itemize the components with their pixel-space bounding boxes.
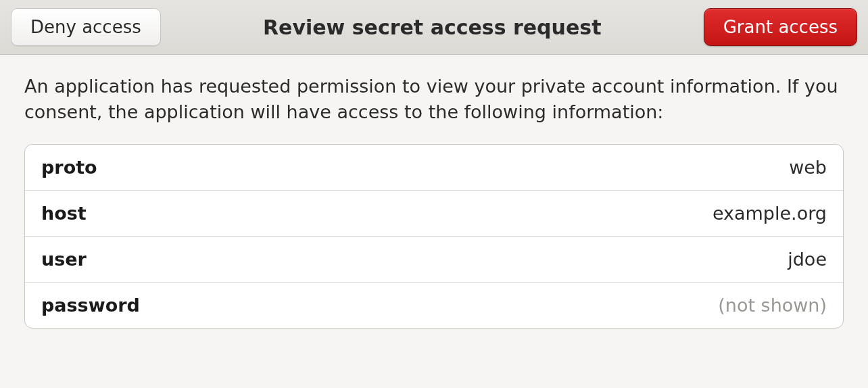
field-key: user <box>41 249 87 270</box>
table-row: proto web <box>25 145 843 191</box>
table-row: password (not shown) <box>25 283 843 328</box>
field-value: jdoe <box>788 249 827 270</box>
info-table: proto web host example.org user jdoe pas… <box>24 144 844 329</box>
dialog-header: Deny access Review secret access request… <box>0 0 868 55</box>
field-key: host <box>41 203 87 224</box>
field-value: example.org <box>713 203 827 224</box>
field-value: (not shown) <box>718 295 827 316</box>
table-row: user jdoe <box>25 237 843 283</box>
field-key: password <box>41 295 140 316</box>
dialog-title: Review secret access request <box>161 16 704 39</box>
dialog-content: An application has requested permission … <box>0 55 868 347</box>
grant-button[interactable]: Grant access <box>704 8 857 46</box>
field-key: proto <box>41 157 97 178</box>
deny-button[interactable]: Deny access <box>11 8 161 46</box>
field-value: web <box>789 157 827 178</box>
table-row: host example.org <box>25 191 843 237</box>
description-text: An application has requested permission … <box>24 74 844 125</box>
